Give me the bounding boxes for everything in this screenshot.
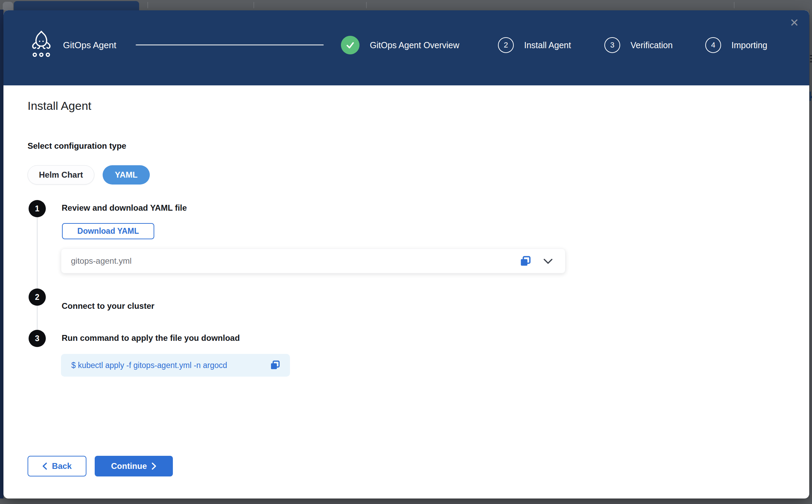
background-active-tab — [14, 1, 139, 10]
tab-separator — [253, 2, 254, 8]
step-complete-check-icon — [341, 36, 360, 54]
download-yaml-button[interactable]: Download YAML — [62, 223, 154, 239]
menu-icon — [810, 55, 812, 56]
step-number-badge: 2 — [498, 37, 514, 53]
menu-icon — [810, 58, 812, 59]
install-step-1-badge: 1 — [29, 200, 46, 217]
install-step-3-title: Run command to apply the file you downlo… — [62, 333, 240, 343]
copy-yaml-icon[interactable] — [519, 255, 532, 269]
step-label: GitOps Agent Overview — [370, 40, 459, 50]
chevron-down-icon[interactable] — [543, 259, 553, 266]
config-type-label: Select configuration type — [28, 141, 126, 151]
back-button-label: Back — [52, 461, 72, 471]
wizard-step-gitops-agent-overview[interactable]: GitOps Agent Overview — [341, 10, 459, 80]
copy-command-icon[interactable] — [269, 359, 281, 372]
background-tab-corner — [3, 2, 13, 10]
install-step-2-badge: 2 — [29, 288, 46, 306]
page-title: Install Agent — [28, 99, 91, 113]
yaml-file-name: gitops-agent.yml — [71, 256, 132, 266]
tab-separator — [366, 2, 367, 8]
kubectl-command-box: $ kubectl apply -f gitops-agent.yml -n a… — [61, 354, 290, 377]
background-left-rail — [0, 10, 3, 504]
wizard-brand-title: GitOps Agent — [63, 10, 116, 80]
step-label: Verification — [631, 40, 673, 50]
config-option-yaml[interactable]: YAML — [103, 165, 150, 185]
step-number-badge: 4 — [705, 37, 721, 53]
yaml-file-accordion[interactable]: gitops-agent.yml — [61, 249, 565, 273]
install-step-2-title: Connect to your cluster — [62, 301, 154, 311]
chevron-left-icon — [42, 462, 47, 470]
chevron-right-icon — [152, 462, 156, 470]
step-number-badge: 3 — [604, 37, 620, 53]
menu-icon — [810, 61, 812, 62]
step-label: Install Agent — [524, 40, 571, 50]
tab-separator — [734, 2, 735, 8]
install-step-1-title: Review and download YAML file — [62, 203, 187, 213]
kubectl-command-text: $ kubectl apply -f gitops-agent.yml -n a… — [71, 361, 227, 370]
continue-button-label: Continue — [111, 461, 147, 471]
gitops-agent-wizard-modal: GitOps Agent GitOps Agent Overview 2 Ins… — [3, 10, 809, 498]
config-option-helm-chart[interactable]: Helm Chart — [28, 165, 94, 185]
brand-divider-line — [136, 44, 324, 45]
wizard-step-verification[interactable]: 3 Verification — [604, 10, 673, 80]
wizard-step-install-agent[interactable]: 2 Install Agent — [498, 10, 571, 80]
wizard-header: GitOps Agent GitOps Agent Overview 2 Ins… — [3, 10, 809, 85]
step-label: Importing — [731, 40, 767, 50]
argo-squid-logo-icon — [30, 30, 52, 60]
background-bottom-strip — [0, 498, 812, 504]
back-button[interactable]: Back — [28, 456, 86, 476]
install-step-3-badge: 3 — [29, 330, 46, 347]
wizard-step-importing[interactable]: 4 Importing — [705, 10, 767, 80]
background-tab-strip — [0, 0, 812, 10]
background-right-rail: k — [809, 10, 812, 504]
close-icon[interactable]: ✕ — [790, 17, 799, 28]
step-connector-line — [37, 209, 38, 338]
continue-button[interactable]: Continue — [95, 456, 173, 476]
clipped-background-text: k — [809, 90, 812, 104]
tab-separator — [147, 2, 148, 8]
